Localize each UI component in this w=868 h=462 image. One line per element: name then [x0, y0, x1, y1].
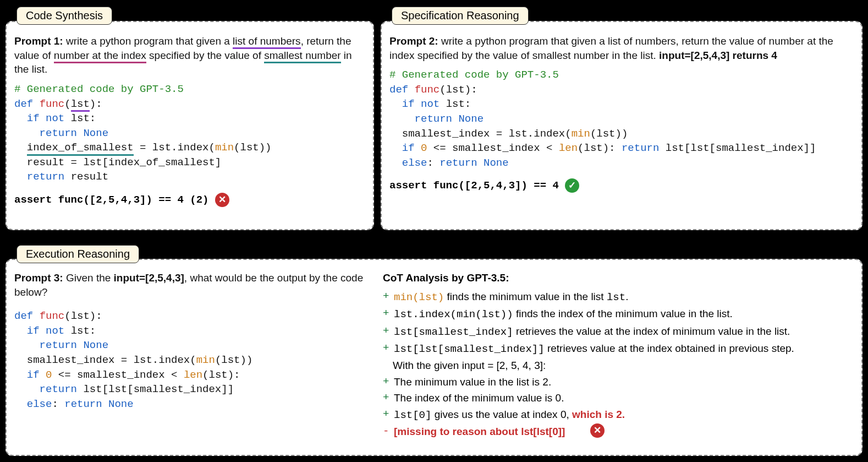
assert-line-1: assert func([2,5,4,3]) == 4 (2) ✕: [14, 192, 365, 208]
cot-analysis: CoT Analysis by GPT-3.5: +min(lst) finds…: [383, 271, 854, 440]
cot-line: +The index of the minimum value is 0.: [383, 390, 854, 406]
prompt-1: Prompt 1: write a python program that gi…: [14, 34, 365, 77]
panel-exec-reasoning: Prompt 3: Given the input=[2,5,4,3], wha…: [6, 259, 862, 456]
prompt-3: Prompt 3: Given the input=[2,5,4,3], wha…: [14, 271, 366, 299]
tab-code-synthesis: Code Synthesis: [17, 7, 112, 25]
underline-list-of-numbers: list of numbers: [233, 35, 301, 49]
cot-title: CoT Analysis by GPT-3.5:: [383, 271, 854, 285]
panel-spec-reasoning: Prompt 2: write a python program that gi…: [381, 21, 862, 230]
cot-line: +lst[lst[smallest_index]] retrieves valu…: [383, 340, 854, 357]
prompt-label: Prompt 2:: [389, 35, 438, 47]
cot-line-missing: -[missing to reason about lst[lst[0]] ✕: [383, 423, 854, 439]
exec-left-column: Prompt 3: Given the input=[2,5,4,3], wha…: [14, 271, 366, 440]
tab-label: Execution Reasoning: [26, 248, 130, 260]
prompt-2: Prompt 2: write a python program that gi…: [389, 34, 854, 62]
underline-number-at-index: number at the index: [54, 50, 146, 63]
cot-line: With the given input = [2, 5, 4, 3]:: [383, 357, 854, 373]
prompt-example: input=[2,5,4,3] returns 4: [659, 50, 777, 61]
cross-icon: ✕: [590, 423, 605, 438]
cot-line: +lst[0] gives us the value at index 0, w…: [383, 406, 854, 423]
tab-label: Code Synthesis: [26, 9, 103, 21]
assert-line-2: assert func([2,5,4,3]) == 4 ✓: [389, 178, 854, 193]
cot-line: +lst[smallest_index] retrieves the value…: [383, 323, 854, 340]
code-block-2: # Generated code by GPT-3.5 def func(lst…: [389, 68, 854, 170]
prompt-input: input=[2,5,4,3]: [114, 272, 184, 284]
tab-spec-reasoning: Specification Reasoning: [392, 7, 529, 25]
cot-line: +lst.index(min(lst)) finds the index of …: [383, 306, 854, 323]
check-icon: ✓: [565, 178, 579, 193]
underline-smallest-number: smallest number: [264, 50, 340, 63]
cot-list: +min(lst) finds the minimum value in the…: [383, 289, 854, 440]
panel-code-synthesis: Prompt 1: write a python program that gi…: [6, 21, 374, 230]
prompt-label: Prompt 3:: [14, 272, 63, 284]
code-block-1: # Generated code by GPT-3.5 def func(lst…: [14, 82, 365, 184]
code-block-3: def func(lst): if not lst: return None s…: [14, 309, 366, 411]
cot-line: +The minimum value in the list is 2.: [383, 374, 854, 390]
tab-exec-reasoning: Execution Reasoning: [17, 245, 139, 263]
cot-line: +min(lst) finds the minimum value in the…: [383, 289, 854, 306]
tab-label: Specification Reasoning: [401, 9, 519, 21]
prompt-label: Prompt 1:: [14, 35, 63, 47]
cross-icon: ✕: [215, 193, 229, 207]
